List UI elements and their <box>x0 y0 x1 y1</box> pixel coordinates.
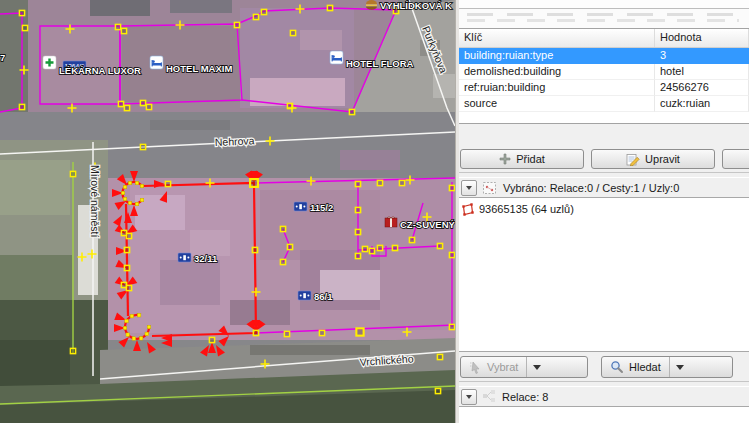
edit-tag-label: Upravit <box>645 153 680 165</box>
faint-text-decoration <box>467 19 739 22</box>
tag-key[interactable]: ref:ruian:building <box>459 80 655 96</box>
value-column-header[interactable]: Hodnota <box>655 29 749 47</box>
search-dropdown[interactable] <box>669 357 690 377</box>
select-button[interactable]: Vybrat <box>460 356 588 378</box>
tag-value[interactable]: cuzk:ruian <box>655 96 749 112</box>
fastfood-icon <box>366 0 377 10</box>
select-button-label: Vybrat <box>487 361 518 373</box>
select-button-main[interactable]: Vybrat <box>461 357 526 377</box>
add-tag-label: Přidat <box>516 153 545 165</box>
relations-header-label: Relace: 8 <box>502 391 548 403</box>
faint-text-decoration <box>467 13 739 16</box>
address-115-2-label: 115/2 <box>310 202 333 213</box>
address-plate-icon-32 <box>178 253 191 262</box>
chevron-down-icon <box>466 395 472 399</box>
table-row[interactable]: source cuzk:ruian <box>459 96 749 112</box>
tag-value[interactable]: 24566276 <box>655 80 749 96</box>
address-plate-icon-115 <box>294 202 307 211</box>
hotel-flora-label: HOTEL FLORA <box>346 58 414 69</box>
viewpoint-cafe-label: VYHLÍDKOVÁ K <box>380 0 452 11</box>
edit-tag-button[interactable]: Upravit <box>591 149 715 169</box>
relations-collapse-button[interactable] <box>461 389 477 405</box>
hotel-maxim-label: HOTEL MAXIM <box>166 63 232 74</box>
cursor-select-icon <box>469 361 482 374</box>
selection-panel-header: Vybráno: Relace:0 / Cesty:1 / Uzly:0 <box>459 178 749 197</box>
way-closed-icon <box>460 202 475 217</box>
tag-key[interactable]: building:ruian:type <box>459 48 655 64</box>
table-row[interactable]: ref:ruian:building 24566276 <box>459 80 749 96</box>
select-dropdown[interactable] <box>526 357 547 377</box>
chevron-down-icon <box>466 186 472 190</box>
tag-key[interactable]: source <box>459 96 655 112</box>
plus-icon <box>499 153 511 165</box>
selected-way-label: 93665135 (64 uzlů) <box>479 203 574 215</box>
search-button-label: Hledat <box>629 361 661 373</box>
panel-top-strip <box>459 0 749 9</box>
hotel-bed-icon <box>150 56 163 69</box>
list-item[interactable]: 93665135 (64 uzlů) <box>459 201 749 217</box>
street-nehrova-label: Nehrova <box>215 134 255 148</box>
address-plate-icon-86 <box>298 291 311 300</box>
selection-header-label: Vybráno: Relace:0 / Cesty:1 / Uzly:0 <box>503 182 679 194</box>
key-column-header[interactable]: Klíč <box>459 29 655 47</box>
pharmacy-cross-icon <box>43 56 56 69</box>
address-32-11-label: 32/11 <box>194 253 218 264</box>
map-canvas[interactable]: 1364/9 LÉKÁRNA LUXOR HOTEL MAXIM HOTEL F… <box>0 0 455 423</box>
relations-list[interactable] <box>459 406 749 423</box>
josm-window: 1364/9 LÉKÁRNA LUXOR HOTEL MAXIM HOTEL F… <box>0 0 749 423</box>
relation-icon <box>482 389 497 404</box>
search-button[interactable]: Hledat <box>601 356 733 378</box>
selection-collapse-button[interactable] <box>461 180 477 196</box>
address-86-1-label: 86/1 <box>314 291 333 302</box>
table-row[interactable]: building:ruian:type 3 <box>459 48 749 64</box>
tag-value[interactable]: hotel <box>655 64 749 80</box>
map-render: 1364/9 LÉKÁRNA LUXOR HOTEL MAXIM HOTEL F… <box>0 0 455 423</box>
properties-panel-title <box>459 9 749 28</box>
pencil-icon <box>626 153 640 166</box>
right-panel: Klíč Hodnota building:ruian:type 3 demol… <box>459 0 749 423</box>
gift-icon <box>385 217 397 228</box>
tags-table: Klíč Hodnota building:ruian:type 3 demol… <box>459 28 749 124</box>
address-partial-label: 7 <box>0 52 5 63</box>
relations-panel-header: Relace: 8 <box>459 387 749 406</box>
souvenir-shop-label: CZ-SUVENÝ <box>400 219 455 230</box>
delete-tag-button-partial[interactable] <box>722 149 749 169</box>
magnifier-icon <box>610 360 624 374</box>
tag-key[interactable]: demolished:building <box>459 64 655 80</box>
tags-table-header: Klíč Hodnota <box>459 29 749 48</box>
chevron-down-icon <box>676 365 684 370</box>
street-mirove-namesti-label: Mírové náměstí <box>89 165 101 237</box>
tag-value[interactable]: 3 <box>655 48 749 64</box>
hotel-bed-icon-2 <box>330 51 343 64</box>
table-row[interactable]: demolished:building hotel <box>459 64 749 80</box>
chevron-down-icon <box>533 365 541 370</box>
selection-list[interactable]: 93665135 (64 uzlů) <box>459 197 749 352</box>
tag-buttons-row: Přidat Upravit <box>460 149 749 169</box>
add-tag-button[interactable]: Přidat <box>460 149 584 169</box>
selection-actions-row: Vybrat Hledat <box>460 356 749 378</box>
pharmacy-label: LÉKÁRNA LUXOR <box>59 65 141 76</box>
selection-dialog-icon <box>482 180 498 196</box>
search-button-main[interactable]: Hledat <box>602 357 669 377</box>
